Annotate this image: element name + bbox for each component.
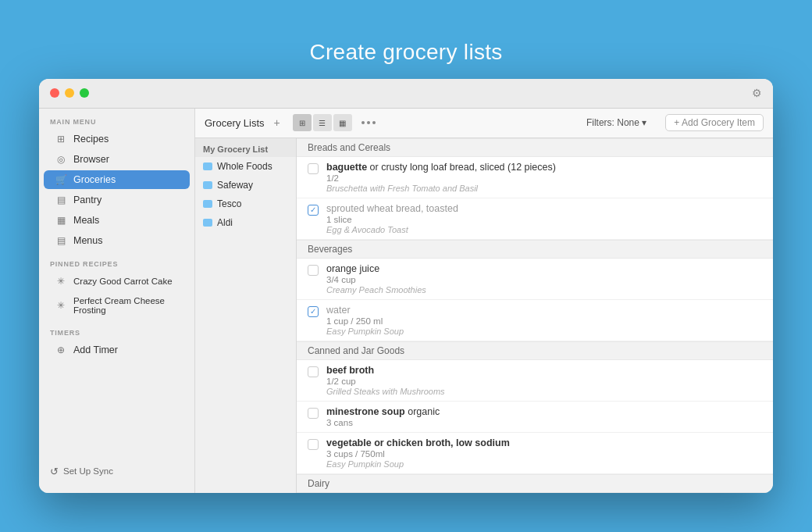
sidebar-item-pin1[interactable]: ✳ Crazy Good Carrot Cake: [44, 272, 190, 291]
dot3: [372, 121, 376, 124]
grocery-lists-panel: My Grocery List Whole Foods Safeway Tesc…: [195, 138, 297, 493]
list-item-tesco[interactable]: Tesco: [195, 195, 296, 213]
pantry-icon: ▤: [55, 195, 67, 205]
item-checkbox[interactable]: [308, 439, 319, 450]
minimize-button[interactable]: [65, 88, 74, 98]
item-source: Egg & Avocado Toast: [326, 225, 762, 234]
dot1: [361, 121, 365, 124]
safeway-folder-icon: [203, 181, 212, 189]
titlebar: ⚙: [39, 79, 773, 109]
pin-icon: ✳: [55, 276, 67, 287]
sidebar: MAIN MENU ⊞ Recipes ◎ Browser 🛒 Grocerie…: [39, 109, 195, 493]
content-area: Grocery Lists + ⊞ ☰ ▦ Filters: None ▾ + …: [195, 109, 773, 493]
meals-icon: ▦: [55, 215, 67, 226]
sidebar-item-menus[interactable]: ▤ Menus: [44, 231, 190, 250]
sidebar-item-add-timer[interactable]: ⊕ Add Timer: [44, 341, 190, 359]
list-item-safeway[interactable]: Safeway: [195, 176, 296, 195]
item-checkbox[interactable]: ✓: [308, 306, 319, 317]
sidebar-item-pantry[interactable]: ▤ Pantry: [44, 191, 190, 209]
photo-view-button[interactable]: ▦: [333, 114, 352, 131]
sidebar-item-groceries[interactable]: 🛒 Groceries: [44, 170, 190, 189]
page-title: Create grocery lists: [309, 40, 502, 65]
grid-view-button[interactable]: ⊞: [293, 114, 312, 131]
item-source: Creamy Peach Smoothies: [326, 285, 762, 295]
item-name: beef broth: [326, 365, 762, 376]
item-qty: 1 cup / 250 ml: [326, 316, 762, 326]
item-details: minestrone soup organic3 cans: [326, 406, 762, 427]
item-details: beef broth1/2 cupGrilled Steaks with Mus…: [326, 365, 762, 396]
tesco-folder-icon: [203, 200, 212, 208]
grocery-item[interactable]: beef broth1/2 cupGrilled Steaks with Mus…: [297, 360, 773, 402]
item-checkbox[interactable]: [308, 265, 319, 276]
item-details: baguette or crusty long loaf bread, slic…: [326, 162, 762, 193]
menus-icon: ▤: [55, 235, 67, 246]
item-qty: 3 cups / 750ml: [326, 449, 762, 459]
category-header-beverages: Beverages: [297, 240, 773, 259]
grocery-item[interactable]: minestrone soup organic3 cans: [297, 402, 773, 433]
item-source: Bruschetta with Fresh Tomato and Basil: [326, 184, 762, 193]
list-item-whole-foods[interactable]: Whole Foods: [195, 157, 296, 176]
my-grocery-list-header: My Grocery List: [195, 138, 296, 157]
category-header-dairy: Dairy: [297, 474, 773, 493]
item-checkbox[interactable]: [308, 366, 319, 377]
item-source: Easy Pumpkin Soup: [326, 327, 762, 336]
maximize-button[interactable]: [80, 88, 89, 98]
item-qty: 1 slice: [326, 215, 762, 224]
item-checkbox[interactable]: [308, 163, 319, 174]
grocery-item[interactable]: ✓sprouted wheat bread, toasted1 sliceEgg…: [297, 198, 773, 240]
item-details: vegetable or chicken broth, low sodium3 …: [326, 437, 762, 469]
add-grocery-item-button[interactable]: + Add Grocery Item: [665, 114, 764, 131]
grocery-item[interactable]: vegetable or chicken broth, low sodium3 …: [297, 433, 773, 474]
app-body: MAIN MENU ⊞ Recipes ◎ Browser 🛒 Grocerie…: [39, 109, 773, 493]
grocery-items-panel: Breads and Cerealsbaguette or crusty lon…: [297, 138, 773, 493]
item-checkbox[interactable]: ✓: [308, 205, 319, 216]
sync-icon: ↺: [50, 466, 59, 477]
close-button[interactable]: [50, 88, 59, 98]
list-view-button[interactable]: ☰: [313, 114, 332, 131]
sidebar-item-meals[interactable]: ▦ Meals: [44, 211, 190, 230]
item-details: orange juice3/4 cupCreamy Peach Smoothie…: [326, 263, 762, 295]
item-name: minestrone soup organic: [326, 406, 762, 417]
item-qty: 1/2: [326, 173, 762, 183]
settings-icon[interactable]: ⚙: [752, 87, 762, 99]
dot2: [367, 121, 370, 124]
category-header-breads-and-cereals: Breads and Cereals: [297, 138, 773, 157]
item-source: Grilled Steaks with Mushrooms: [326, 387, 762, 396]
recipes-icon: ⊞: [55, 134, 67, 145]
list-item-aldi[interactable]: Aldi: [195, 213, 296, 232]
item-checkbox[interactable]: [308, 408, 319, 419]
add-list-button[interactable]: +: [274, 116, 280, 129]
grocery-item[interactable]: ✓water1 cup / 250 mlEasy Pumpkin Soup: [297, 300, 773, 341]
item-name: sprouted wheat bread, toasted: [326, 203, 762, 214]
item-qty: 3 cans: [326, 418, 762, 427]
category-header-canned-and-jar-goods: Canned and Jar Goods: [297, 341, 773, 360]
groceries-icon: 🛒: [55, 174, 67, 185]
item-name: vegetable or chicken broth, low sodium: [326, 437, 762, 448]
toolbar-title: Grocery Lists: [205, 117, 265, 129]
item-name: baguette or crusty long loaf bread, slic…: [326, 162, 762, 173]
view-icons: ⊞ ☰ ▦: [293, 114, 352, 131]
browser-icon: ◎: [55, 154, 67, 165]
set-up-sync-button[interactable]: ↺ Set Up Sync: [39, 458, 194, 485]
main-menu-label: MAIN MENU: [39, 109, 194, 129]
aldi-folder-icon: [203, 219, 212, 227]
sidebar-item-browser[interactable]: ◎ Browser: [44, 150, 190, 169]
item-details: water1 cup / 250 mlEasy Pumpkin Soup: [326, 305, 762, 336]
grocery-item[interactable]: baguette or crusty long loaf bread, slic…: [297, 157, 773, 198]
more-options[interactable]: [361, 121, 376, 124]
pin-icon-2: ✳: [55, 300, 67, 311]
sidebar-item-recipes[interactable]: ⊞ Recipes: [44, 130, 190, 148]
whole-foods-folder-icon: [203, 162, 212, 170]
sidebar-item-pin2[interactable]: ✳ Perfect Cream Cheese Frosting: [44, 292, 190, 319]
toolbar: Grocery Lists + ⊞ ☰ ▦ Filters: None ▾ + …: [195, 109, 773, 138]
item-details: sprouted wheat bread, toasted1 sliceEgg …: [326, 203, 762, 234]
grocery-item[interactable]: orange juice3/4 cupCreamy Peach Smoothie…: [297, 259, 773, 300]
traffic-lights: [50, 88, 89, 98]
item-qty: 1/2 cup: [326, 377, 762, 386]
item-qty: 3/4 cup: [326, 275, 762, 284]
pinned-recipes-label: PINNED RECIPES: [39, 251, 194, 271]
timers-label: TIMERS: [39, 320, 194, 340]
filters-button[interactable]: Filters: None ▾: [586, 117, 646, 128]
item-source: Easy Pumpkin Soup: [326, 459, 762, 469]
add-timer-icon: ⊕: [55, 345, 67, 355]
